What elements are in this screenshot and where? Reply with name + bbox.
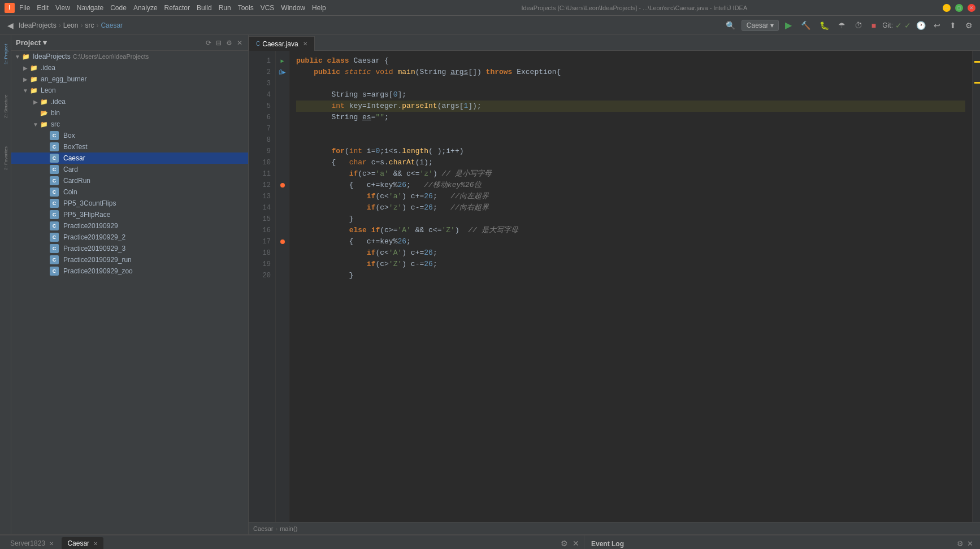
gutter-line6 — [276, 112, 289, 123]
tree-boxtest[interactable]: C BoxTest — [11, 141, 248, 152]
minimize-button[interactable]: ─ — [943, 4, 951, 12]
event-log-close[interactable]: ✕ — [967, 539, 973, 548]
breadcrumb: IdeaProjects › Leon › src › Caesar — [19, 21, 123, 29]
tree-box[interactable]: C Box — [11, 130, 248, 141]
close-panel-icon[interactable]: ✕ — [236, 38, 244, 48]
favorites-sidebar-tab[interactable]: 2: Favorites — [1, 141, 11, 175]
build-button[interactable]: 🔨 — [798, 19, 813, 32]
editor-area: C Caesar.java ✕ 1 2 3 4 5 6 7 8 9 10 11 … — [249, 35, 980, 534]
close-button[interactable]: ✕ — [968, 4, 975, 12]
menu-code[interactable]: Code — [110, 4, 127, 12]
gutter-line15 — [276, 213, 289, 225]
coverage-button[interactable]: ☂ — [835, 19, 848, 32]
tree-practice1[interactable]: C Practice20190929 — [11, 220, 248, 232]
menu-tools[interactable]: Tools — [238, 4, 254, 12]
menu-navigate[interactable]: Navigate — [77, 4, 103, 12]
tree-practice-run[interactable]: C Practice20190929_run — [11, 254, 248, 265]
code-line-4: String s=args[0]; — [296, 89, 965, 101]
menu-analyze[interactable]: Analyze — [133, 4, 158, 12]
tree-bin[interactable]: 📂 bin — [11, 107, 248, 119]
tree-leon[interactable]: ▼ 📁 Leon — [11, 85, 248, 96]
gutter-line11 — [276, 168, 289, 180]
run-gutter-line1[interactable]: ▶ — [276, 55, 289, 67]
event-log-icons: ⚙ ✕ — [957, 539, 973, 548]
window-title: IdeaProjects [C:\Users\Leon\IdeaProjects… — [326, 5, 943, 11]
close-caesar-tab[interactable]: ✕ — [93, 541, 98, 547]
menu-window[interactable]: Window — [281, 4, 305, 12]
tree-pp5-3countflips[interactable]: C PP5_3CountFlips — [11, 198, 248, 209]
sync-icon[interactable]: ⟳ — [205, 38, 213, 48]
tree-src[interactable]: ▼ 📁 src — [11, 119, 248, 130]
gutter-line10 — [276, 157, 289, 168]
debug-button[interactable]: 🐛 — [817, 19, 832, 32]
git-rollback-button[interactable]: ↩ — [931, 19, 943, 32]
project-sidebar-tab[interactable]: 1: Project — [1, 37, 11, 71]
code-content[interactable]: public class Caesar { public static void… — [289, 51, 972, 522]
tab-caesar-close[interactable]: ✕ — [303, 41, 307, 47]
run-config-selector[interactable]: Caesar ▾ — [741, 20, 779, 31]
tree-leon-idea[interactable]: ▶ 📁 .idea — [11, 96, 248, 107]
main-toolbar: ◀ IdeaProjects › Leon › src › Caesar 🔍 C… — [0, 16, 980, 35]
run-panel-settings[interactable]: ⚙ — [561, 539, 568, 548]
tree-pp5-3fliprace[interactable]: C PP5_3FlipRace — [11, 209, 248, 220]
toolbar-right: 🔍 Caesar ▾ ▶ 🔨 🐛 ☂ ⏱ ■ Git: ✓ ✓ 🕐 ↩ ⬆ ⚙ — [723, 18, 975, 32]
run-button[interactable]: ▶ — [782, 18, 795, 32]
menu-run[interactable]: Run — [219, 4, 231, 12]
breadcrumb-caesar-file: Caesar — [253, 525, 273, 532]
breadcrumb-sep: › — [275, 525, 277, 532]
left-sidebar-icons: 1: Project Z: Structure 2: Favorites — [0, 35, 11, 534]
menu-refactor[interactable]: Refactor — [164, 4, 190, 12]
menu-view[interactable]: View — [55, 4, 70, 12]
code-line-8 — [296, 134, 965, 146]
gutter-line9 — [276, 146, 289, 157]
stop-button[interactable]: ■ — [869, 19, 879, 32]
settings-icon[interactable]: ⚙ — [225, 38, 233, 48]
breadcrumb-leon[interactable]: Leon — [63, 21, 79, 29]
code-line-15: } — [296, 213, 965, 225]
structure-sidebar-tab[interactable]: Z: Structure — [1, 89, 11, 123]
maximize-button[interactable]: □ — [955, 4, 963, 12]
scroll-marker-yellow — [974, 61, 980, 63]
close-server1823-tab[interactable]: ✕ — [49, 541, 54, 547]
menu-build[interactable]: Build — [197, 4, 212, 12]
breadcrumb-ideaprojects[interactable]: IdeaProjects — [19, 21, 57, 29]
tree-caesar[interactable]: C Caesar — [11, 152, 248, 164]
code-editor[interactable]: 1 2 3 4 5 6 7 8 9 10 11 12 13 14 15 16 1… — [249, 51, 980, 522]
tree-an-egg-burner[interactable]: ▶ 📁 an_egg_burner — [11, 73, 248, 85]
back-button[interactable]: ◀ — [5, 19, 16, 32]
run-panel-close[interactable]: ✕ — [573, 539, 579, 548]
event-log-title: Event Log — [591, 540, 624, 548]
vcs-operations-button[interactable]: ⬆ — [947, 19, 959, 32]
tree-root[interactable]: ▼ 📁 IdeaProjects C:\Users\Leon\IdeaProje… — [11, 51, 248, 62]
breadcrumb-caesar[interactable]: Caesar — [101, 21, 123, 29]
run-tab-server1823[interactable]: Server1823 ✕ — [5, 537, 59, 549]
event-log-settings[interactable]: ⚙ — [957, 539, 964, 548]
tree-practice3[interactable]: C Practice20190929_3 — [11, 243, 248, 254]
tree-practice2[interactable]: C Practice20190929_2 — [11, 232, 248, 243]
breakpoint-line12[interactable] — [280, 183, 285, 188]
breadcrumb-src[interactable]: src — [85, 21, 94, 29]
menu-file[interactable]: File — [19, 4, 30, 12]
menu-edit[interactable]: Edit — [37, 4, 49, 12]
gutter-line13 — [276, 191, 289, 202]
gutter-line20 — [276, 270, 289, 281]
collapse-all-icon[interactable]: ⊟ — [215, 38, 223, 48]
settings-button[interactable]: ⚙ — [962, 19, 975, 32]
profile-button[interactable]: ⏱ — [852, 19, 865, 32]
run-gutter-line2[interactable]: @▶ — [276, 67, 289, 78]
run-tab-caesar[interactable]: Caesar ✕ — [62, 537, 103, 549]
tree-practice-zoo[interactable]: C Practice20190929_zoo — [11, 265, 248, 277]
breakpoint-line17[interactable] — [280, 239, 285, 244]
line-numbers: 1 2 3 4 5 6 7 8 9 10 11 12 13 14 15 16 1… — [249, 51, 276, 522]
menu-vcs[interactable]: VCS — [261, 4, 275, 12]
tree-coin[interactable]: C Coin — [11, 186, 248, 198]
search-everywhere-button[interactable]: 🔍 — [723, 19, 738, 32]
tree-idea[interactable]: ▶ 📁 .idea — [11, 62, 248, 73]
tree-cardrun[interactable]: C CardRun — [11, 175, 248, 186]
git-status: Git: ✓ ✓ 🕐 ↩ — [882, 19, 943, 32]
bottom-panel: Server1823 ✕ Caesar ✕ ⚙ ✕ ▶ ⬇ 📷 ↩ 🗑 ⬇ 🗑 — [0, 534, 980, 549]
git-history-button[interactable]: 🕐 — [913, 19, 929, 32]
menu-help[interactable]: Help — [312, 4, 326, 12]
tree-card[interactable]: C Card — [11, 164, 248, 175]
tab-caesar[interactable]: C Caesar.java ✕ — [249, 36, 315, 51]
